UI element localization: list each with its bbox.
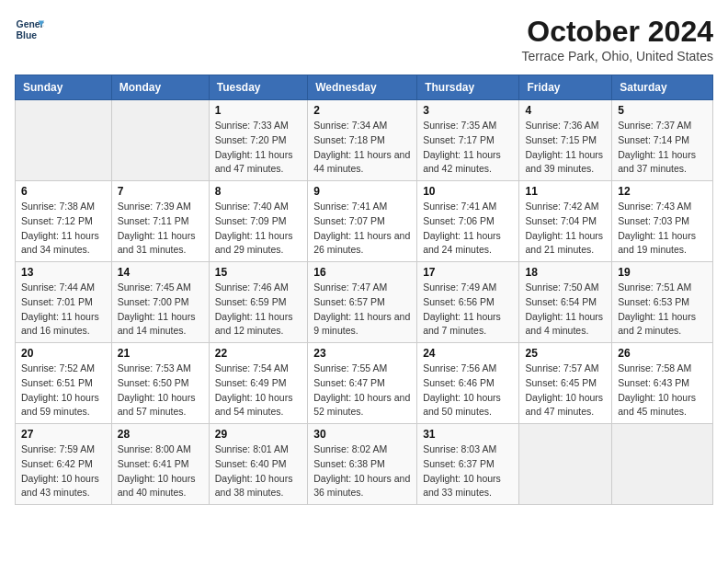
day-number: 25 <box>525 347 606 360</box>
day-detail: Sunrise: 7:55 AMSunset: 6:47 PMDaylight:… <box>313 362 411 419</box>
day-detail: Sunrise: 8:01 AMSunset: 6:40 PMDaylight:… <box>215 442 301 500</box>
weekday-header: Wednesday <box>308 75 417 100</box>
calendar-cell: 1Sunrise: 7:33 AMSunset: 7:20 PMDaylight… <box>209 100 307 181</box>
calendar-cell: 9Sunrise: 7:41 AMSunset: 7:07 PMDaylight… <box>308 181 417 262</box>
weekday-header: Tuesday <box>209 75 307 100</box>
day-number: 14 <box>118 266 203 279</box>
day-number: 11 <box>525 185 606 198</box>
day-detail: Sunrise: 7:57 AMSunset: 6:45 PMDaylight:… <box>525 362 606 419</box>
day-detail: Sunrise: 7:34 AMSunset: 7:18 PMDaylight:… <box>313 119 411 177</box>
day-detail: Sunrise: 7:59 AMSunset: 6:42 PMDaylight:… <box>21 442 106 500</box>
calendar-cell: 16Sunrise: 7:47 AMSunset: 6:57 PMDayligh… <box>308 262 417 343</box>
day-detail: Sunrise: 7:42 AMSunset: 7:04 PMDaylight:… <box>525 200 606 258</box>
day-detail: Sunrise: 7:49 AMSunset: 6:56 PMDaylight:… <box>423 281 513 339</box>
calendar-cell: 7Sunrise: 7:39 AMSunset: 7:11 PMDaylight… <box>111 181 209 262</box>
day-number: 6 <box>21 185 106 198</box>
weekday-header: Monday <box>111 75 209 100</box>
calendar-cell <box>16 100 112 181</box>
calendar-cell: 5Sunrise: 7:37 AMSunset: 7:14 PMDaylight… <box>612 100 713 181</box>
day-number: 7 <box>118 185 203 198</box>
day-detail: Sunrise: 7:58 AMSunset: 6:43 PMDaylight:… <box>618 362 707 419</box>
page-header: General Blue October 2024 Terrace Park, … <box>15 15 713 63</box>
month-title: October 2024 <box>521 15 713 49</box>
day-detail: Sunrise: 7:38 AMSunset: 7:12 PMDaylight:… <box>21 200 106 258</box>
day-number: 28 <box>118 428 203 441</box>
day-number: 23 <box>313 347 411 360</box>
calendar-cell <box>111 100 209 181</box>
calendar-cell: 15Sunrise: 7:46 AMSunset: 6:59 PMDayligh… <box>209 262 307 343</box>
calendar-cell: 14Sunrise: 7:45 AMSunset: 7:00 PMDayligh… <box>111 262 209 343</box>
day-number: 2 <box>313 104 411 117</box>
day-number: 16 <box>313 266 411 279</box>
day-number: 18 <box>525 266 606 279</box>
day-detail: Sunrise: 7:45 AMSunset: 7:00 PMDaylight:… <box>118 281 203 339</box>
calendar-cell: 6Sunrise: 7:38 AMSunset: 7:12 PMDaylight… <box>16 181 112 262</box>
calendar-cell: 26Sunrise: 7:58 AMSunset: 6:43 PMDayligh… <box>612 343 713 424</box>
calendar-cell: 20Sunrise: 7:52 AMSunset: 6:51 PMDayligh… <box>16 343 112 424</box>
day-number: 24 <box>423 347 513 360</box>
day-detail: Sunrise: 8:02 AMSunset: 6:38 PMDaylight:… <box>313 442 411 500</box>
day-number: 13 <box>21 266 106 279</box>
logo: General Blue <box>15 15 44 44</box>
calendar-cell: 24Sunrise: 7:56 AMSunset: 6:46 PMDayligh… <box>417 343 519 424</box>
calendar-week-row: 13Sunrise: 7:44 AMSunset: 7:01 PMDayligh… <box>16 262 713 343</box>
day-number: 10 <box>423 185 513 198</box>
calendar-cell: 4Sunrise: 7:36 AMSunset: 7:15 PMDaylight… <box>519 100 612 181</box>
day-detail: Sunrise: 7:43 AMSunset: 7:03 PMDaylight:… <box>618 200 707 258</box>
calendar-cell: 13Sunrise: 7:44 AMSunset: 7:01 PMDayligh… <box>16 262 112 343</box>
day-number: 22 <box>215 347 301 360</box>
calendar-cell: 22Sunrise: 7:54 AMSunset: 6:49 PMDayligh… <box>209 343 307 424</box>
calendar-cell: 11Sunrise: 7:42 AMSunset: 7:04 PMDayligh… <box>519 181 612 262</box>
calendar-cell: 18Sunrise: 7:50 AMSunset: 6:54 PMDayligh… <box>519 262 612 343</box>
day-detail: Sunrise: 7:40 AMSunset: 7:09 PMDaylight:… <box>215 200 301 258</box>
day-number: 29 <box>215 428 301 441</box>
svg-text:Blue: Blue <box>17 30 38 40</box>
day-number: 15 <box>215 266 301 279</box>
day-number: 21 <box>118 347 203 360</box>
day-detail: Sunrise: 7:53 AMSunset: 6:50 PMDaylight:… <box>118 362 203 419</box>
day-number: 12 <box>618 185 707 198</box>
day-detail: Sunrise: 7:54 AMSunset: 6:49 PMDaylight:… <box>215 362 301 419</box>
calendar-cell: 8Sunrise: 7:40 AMSunset: 7:09 PMDaylight… <box>209 181 307 262</box>
weekday-header: Sunday <box>16 75 112 100</box>
weekday-header: Friday <box>519 75 612 100</box>
day-number: 31 <box>423 428 513 441</box>
day-detail: Sunrise: 7:47 AMSunset: 6:57 PMDaylight:… <box>313 281 411 339</box>
logo-icon: General Blue <box>15 15 44 44</box>
calendar-header-row: SundayMondayTuesdayWednesdayThursdayFrid… <box>16 75 713 100</box>
calendar-week-row: 27Sunrise: 7:59 AMSunset: 6:42 PMDayligh… <box>16 424 713 505</box>
calendar-week-row: 6Sunrise: 7:38 AMSunset: 7:12 PMDaylight… <box>16 181 713 262</box>
day-detail: Sunrise: 7:56 AMSunset: 6:46 PMDaylight:… <box>423 362 513 419</box>
calendar-cell: 10Sunrise: 7:41 AMSunset: 7:06 PMDayligh… <box>417 181 519 262</box>
day-number: 3 <box>423 104 513 117</box>
calendar-cell: 2Sunrise: 7:34 AMSunset: 7:18 PMDaylight… <box>308 100 417 181</box>
calendar-table: SundayMondayTuesdayWednesdayThursdayFrid… <box>15 75 713 505</box>
day-detail: Sunrise: 8:03 AMSunset: 6:37 PMDaylight:… <box>423 442 513 500</box>
day-detail: Sunrise: 7:33 AMSunset: 7:20 PMDaylight:… <box>215 119 301 177</box>
calendar-cell: 23Sunrise: 7:55 AMSunset: 6:47 PMDayligh… <box>308 343 417 424</box>
title-block: October 2024 Terrace Park, Ohio, United … <box>521 15 713 63</box>
calendar-cell <box>612 424 713 505</box>
calendar-cell: 28Sunrise: 8:00 AMSunset: 6:41 PMDayligh… <box>111 424 209 505</box>
day-number: 26 <box>618 347 707 360</box>
calendar-cell <box>519 424 612 505</box>
day-detail: Sunrise: 7:37 AMSunset: 7:14 PMDaylight:… <box>618 119 707 177</box>
day-detail: Sunrise: 7:51 AMSunset: 6:53 PMDaylight:… <box>618 281 707 339</box>
day-detail: Sunrise: 7:41 AMSunset: 7:07 PMDaylight:… <box>313 200 411 258</box>
calendar-cell: 17Sunrise: 7:49 AMSunset: 6:56 PMDayligh… <box>417 262 519 343</box>
calendar-cell: 30Sunrise: 8:02 AMSunset: 6:38 PMDayligh… <box>308 424 417 505</box>
calendar-cell: 19Sunrise: 7:51 AMSunset: 6:53 PMDayligh… <box>612 262 713 343</box>
day-detail: Sunrise: 7:50 AMSunset: 6:54 PMDaylight:… <box>525 281 606 339</box>
day-number: 30 <box>313 428 411 441</box>
day-number: 19 <box>618 266 707 279</box>
day-detail: Sunrise: 7:36 AMSunset: 7:15 PMDaylight:… <box>525 119 606 177</box>
day-number: 27 <box>21 428 106 441</box>
calendar-cell: 31Sunrise: 8:03 AMSunset: 6:37 PMDayligh… <box>417 424 519 505</box>
day-number: 17 <box>423 266 513 279</box>
day-number: 9 <box>313 185 411 198</box>
day-number: 4 <box>525 104 606 117</box>
weekday-header: Thursday <box>417 75 519 100</box>
day-number: 5 <box>618 104 707 117</box>
calendar-cell: 12Sunrise: 7:43 AMSunset: 7:03 PMDayligh… <box>612 181 713 262</box>
calendar-cell: 25Sunrise: 7:57 AMSunset: 6:45 PMDayligh… <box>519 343 612 424</box>
